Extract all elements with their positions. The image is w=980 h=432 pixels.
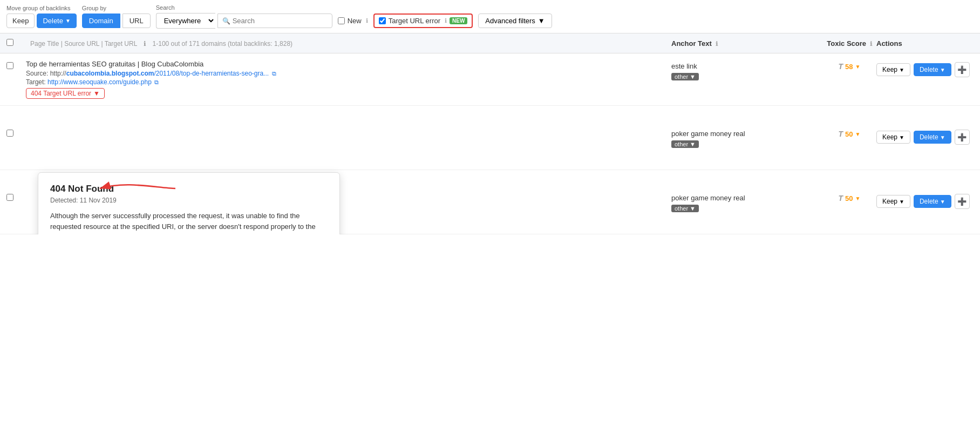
row3-toxic-score: 50 [845,194,853,202]
new-label: New [348,17,362,25]
row1-source-ext-icon[interactable]: ⧉ [272,70,276,77]
row1-delete-chevron-icon: ▼ [940,67,945,73]
row2-keep-chevron-icon: ▼ [899,134,904,140]
arrow-annotation [94,178,181,201]
row3-tag-chevron-icon: ▼ [690,205,696,212]
popup-description: Although the server successfully process… [50,211,328,234]
col-count: 1-100 out of 171 domains (total backlink… [153,40,293,48]
target-url-new-badge: NEW [450,17,467,24]
row3-toxic: T 50 ▼ [822,192,876,202]
keep-button[interactable]: Keep [6,14,35,28]
toolbar: Move group of backlinks Keep Delete ▼ Gr… [0,0,980,33]
search-scope-dropdown[interactable]: Everywhere [156,13,215,29]
row3-actions: Keep ▼ Delete ▼ ➕ [876,192,974,209]
select-all-checkbox[interactable] [6,39,13,46]
row2-keep-button[interactable]: Keep ▼ [876,131,910,144]
col-toxic-label: Toxic Score [827,39,866,48]
row1-target-url: Target: http://www.seoquake.com/guide.ph… [26,78,671,86]
move-group-section: Move group of backlinks Keep Delete ▼ [6,5,77,28]
row1-action-icon: ➕ [957,65,967,74]
search-label: Search [156,4,332,11]
error-tooltip-popup: 404 Not Found Detected: 11 Nov 2019 Alth… [38,172,340,234]
row3-delete-chevron-icon: ▼ [940,199,945,205]
row1-checkbox[interactable] [6,62,13,69]
row1-tag-chevron-icon: ▼ [690,73,696,80]
row3-anchor: poker game money real other ▼ [671,192,822,212]
col-main-label: Page Title | Source URL | Target URL [30,40,137,48]
row1-delete-button[interactable]: Delete ▼ [914,63,951,76]
row3-keep-chevron-icon: ▼ [899,199,904,205]
advanced-filters-button[interactable]: Advanced filters ▼ [478,14,552,28]
header-toxic-col: Toxic Score ℹ [822,39,876,48]
row2-anchor: poker game money real other ▼ [671,127,822,148]
row2-toxic-chevron-icon: ▼ [855,131,861,137]
row2-action-icon-button[interactable]: ➕ [955,130,970,145]
popup-title: 404 Not Found [50,184,328,194]
row1-toxic: T 58 ▼ [822,60,876,71]
row3-delete-button[interactable]: Delete ▼ [914,195,951,208]
new-checkbox[interactable] [338,17,345,24]
target-url-error-filter: Target URL error ℹ NEW [373,14,473,28]
header-main-col: Page Title | Source URL | Target URL ℹ 1… [26,39,671,48]
table-body: Top de herramientas SEO gratuitas | Blog… [0,53,980,234]
delete-chevron-icon: ▼ [65,18,71,24]
row2-toxic-score: 50 [845,130,853,138]
delete-button[interactable]: Delete ▼ [37,14,76,28]
row2-checkbox[interactable] [6,130,13,137]
table-row: poker game money real other ▼ T 50 ▼ Kee… [0,106,980,170]
col-toxic-info-icon[interactable]: ℹ [870,40,872,47]
table-row: Top de herramientas SEO gratuitas | Blog… [0,53,980,106]
row3-checkbox[interactable] [6,194,13,201]
row2-anchor-text: poker game money real [671,130,822,138]
row3-tag-badge[interactable]: other ▼ [671,205,699,212]
advanced-filters-wrap: Advanced filters ▼ [478,14,552,28]
table-header: Page Title | Source URL | Target URL ℹ 1… [0,33,980,53]
target-url-error-info-icon[interactable]: ℹ [445,17,447,24]
header-actions-col: Actions [876,39,974,48]
row1-error-badge-wrap: 404 Target URL error ▼ [26,88,671,99]
row2-check [6,127,26,138]
header-anchor-col: Anchor Text ℹ [671,39,822,48]
row2-tag-badge[interactable]: other ▼ [671,140,699,148]
row1-target-ext-icon[interactable]: ⧉ [154,79,159,85]
groupby-domain-button[interactable]: Domain [82,14,120,28]
row1-anchor-text: este link [671,62,822,70]
row1-error-badge[interactable]: 404 Target URL error ▼ [26,88,105,99]
new-info-icon[interactable]: ℹ [366,17,368,24]
row3-anchor-text: poker game money real [671,194,822,202]
row1-tag-badge[interactable]: other ▼ [671,73,699,80]
search-input[interactable] [230,14,328,28]
row1-actions: Keep ▼ Delete ▼ ➕ [876,60,974,77]
row1-keep-button[interactable]: Keep ▼ [876,63,910,76]
row1-source-link[interactable]: cubacolombia.blogspot.com/2011/08/top-de… [66,70,269,77]
move-group-label: Move group of backlinks [6,5,77,11]
row1-page-title: Top de herramientas SEO gratuitas | Blog… [26,60,671,68]
row1-toxic-chevron-icon: ▼ [855,64,861,70]
popup-detected: Detected: 11 Nov 2019 [50,197,328,204]
groupby-url-button[interactable]: URL [122,14,151,28]
groupby-buttons: Domain URL [82,14,151,28]
row1-action-icon-button[interactable]: ➕ [955,62,970,77]
row1-t-icon: T [839,62,843,71]
col-anchor-info-icon[interactable]: ℹ [716,40,718,47]
search-input-wrap: 🔍 [217,14,332,28]
target-url-error-label: Target URL error [389,17,440,25]
row3-t-icon: T [839,194,843,202]
col-actions-label: Actions [876,39,902,48]
row1-target-link[interactable]: http://www.seoquake.com/guide.php [47,78,152,86]
row1-toxic-score: 58 [845,63,853,71]
row3-keep-button[interactable]: Keep ▼ [876,195,910,208]
row2-delete-button[interactable]: Delete ▼ [914,131,951,144]
header-checkbox-col [6,39,26,48]
col-main-info-icon[interactable]: ℹ [144,40,146,48]
target-url-error-checkbox[interactable] [379,17,386,24]
advanced-filters-label: Advanced filters [485,17,535,25]
row2-action-icon: ➕ [957,133,967,141]
row1-anchor: este link other ▼ [671,60,822,80]
row3-action-icon: ➕ [957,197,967,206]
row3-check [6,192,26,202]
row3-action-icon-button[interactable]: ➕ [955,194,970,209]
row2-delete-chevron-icon: ▼ [940,134,945,140]
advanced-filters-chevron-icon: ▼ [538,17,545,25]
row2-t-icon: T [839,130,843,138]
